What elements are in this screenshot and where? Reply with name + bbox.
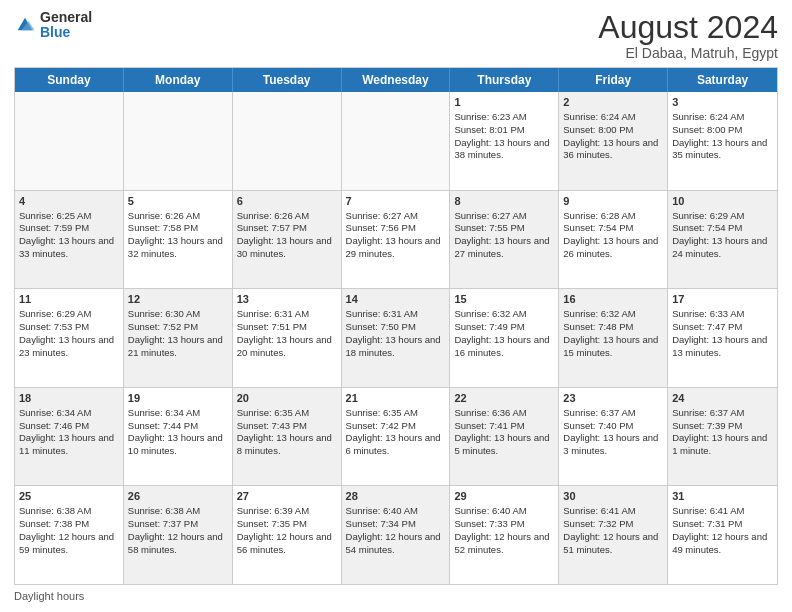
sunset: Sunset: 7:58 PM xyxy=(128,222,198,233)
daylight: Daylight: 12 hours and 52 minutes. xyxy=(454,531,549,555)
cell-w3-d3: 13Sunrise: 6:31 AMSunset: 7:51 PMDayligh… xyxy=(233,289,342,387)
day-number: 9 xyxy=(563,194,663,209)
header-friday: Friday xyxy=(559,68,668,92)
logo-general: General xyxy=(40,10,92,25)
cell-w3-d7: 17Sunrise: 6:33 AMSunset: 7:47 PMDayligh… xyxy=(668,289,777,387)
page: General Blue August 2024 El Dabaa, Matru… xyxy=(0,0,792,612)
daylight: Daylight: 13 hours and 15 minutes. xyxy=(563,334,658,358)
sunset: Sunset: 7:47 PM xyxy=(672,321,742,332)
sunrise: Sunrise: 6:40 AM xyxy=(346,505,418,516)
cell-w4-d6: 23Sunrise: 6:37 AMSunset: 7:40 PMDayligh… xyxy=(559,388,668,486)
cell-w1-d3 xyxy=(233,92,342,190)
day-number: 3 xyxy=(672,95,773,110)
day-number: 30 xyxy=(563,489,663,504)
sunrise: Sunrise: 6:38 AM xyxy=(128,505,200,516)
day-number: 15 xyxy=(454,292,554,307)
sunrise: Sunrise: 6:41 AM xyxy=(563,505,635,516)
cell-w5-d4: 28Sunrise: 6:40 AMSunset: 7:34 PMDayligh… xyxy=(342,486,451,584)
week-5: 25Sunrise: 6:38 AMSunset: 7:38 PMDayligh… xyxy=(15,486,777,584)
calendar-header: Sunday Monday Tuesday Wednesday Thursday… xyxy=(15,68,777,92)
sunrise: Sunrise: 6:24 AM xyxy=(563,111,635,122)
sunrise: Sunrise: 6:32 AM xyxy=(454,308,526,319)
footer: Daylight hours xyxy=(14,590,778,602)
daylight: Daylight: 12 hours and 54 minutes. xyxy=(346,531,441,555)
sunrise: Sunrise: 6:34 AM xyxy=(19,407,91,418)
logo-text: General Blue xyxy=(40,10,92,41)
cell-w2-d1: 4Sunrise: 6:25 AMSunset: 7:59 PMDaylight… xyxy=(15,191,124,289)
cell-w4-d3: 20Sunrise: 6:35 AMSunset: 7:43 PMDayligh… xyxy=(233,388,342,486)
sunrise: Sunrise: 6:35 AM xyxy=(346,407,418,418)
week-2: 4Sunrise: 6:25 AMSunset: 7:59 PMDaylight… xyxy=(15,191,777,290)
daylight: Daylight: 13 hours and 23 minutes. xyxy=(19,334,114,358)
sub-title: El Dabaa, Matruh, Egypt xyxy=(598,45,778,61)
day-number: 6 xyxy=(237,194,337,209)
daylight: Daylight: 12 hours and 58 minutes. xyxy=(128,531,223,555)
header: General Blue August 2024 El Dabaa, Matru… xyxy=(14,10,778,61)
day-number: 24 xyxy=(672,391,773,406)
header-saturday: Saturday xyxy=(668,68,777,92)
day-number: 8 xyxy=(454,194,554,209)
cell-w3-d2: 12Sunrise: 6:30 AMSunset: 7:52 PMDayligh… xyxy=(124,289,233,387)
sunrise: Sunrise: 6:27 AM xyxy=(346,210,418,221)
daylight: Daylight: 13 hours and 5 minutes. xyxy=(454,432,549,456)
day-number: 21 xyxy=(346,391,446,406)
main-title: August 2024 xyxy=(598,10,778,45)
cell-w2-d4: 7Sunrise: 6:27 AMSunset: 7:56 PMDaylight… xyxy=(342,191,451,289)
sunset: Sunset: 7:57 PM xyxy=(237,222,307,233)
daylight: Daylight: 13 hours and 8 minutes. xyxy=(237,432,332,456)
day-number: 12 xyxy=(128,292,228,307)
sunrise: Sunrise: 6:29 AM xyxy=(672,210,744,221)
daylight: Daylight: 13 hours and 1 minute. xyxy=(672,432,767,456)
day-number: 20 xyxy=(237,391,337,406)
day-number: 16 xyxy=(563,292,663,307)
daylight: Daylight: 13 hours and 35 minutes. xyxy=(672,137,767,161)
sunset: Sunset: 7:40 PM xyxy=(563,420,633,431)
day-number: 7 xyxy=(346,194,446,209)
cell-w3-d1: 11Sunrise: 6:29 AMSunset: 7:53 PMDayligh… xyxy=(15,289,124,387)
day-number: 17 xyxy=(672,292,773,307)
daylight: Daylight: 13 hours and 24 minutes. xyxy=(672,235,767,259)
sunrise: Sunrise: 6:39 AM xyxy=(237,505,309,516)
sunset: Sunset: 7:38 PM xyxy=(19,518,89,529)
daylight: Daylight: 13 hours and 33 minutes. xyxy=(19,235,114,259)
daylight: Daylight: 13 hours and 26 minutes. xyxy=(563,235,658,259)
sunset: Sunset: 7:46 PM xyxy=(19,420,89,431)
week-3: 11Sunrise: 6:29 AMSunset: 7:53 PMDayligh… xyxy=(15,289,777,388)
sunrise: Sunrise: 6:30 AM xyxy=(128,308,200,319)
daylight: Daylight: 12 hours and 49 minutes. xyxy=(672,531,767,555)
sunrise: Sunrise: 6:25 AM xyxy=(19,210,91,221)
sunset: Sunset: 7:49 PM xyxy=(454,321,524,332)
cell-w2-d5: 8Sunrise: 6:27 AMSunset: 7:55 PMDaylight… xyxy=(450,191,559,289)
day-number: 4 xyxy=(19,194,119,209)
sunrise: Sunrise: 6:37 AM xyxy=(672,407,744,418)
day-number: 1 xyxy=(454,95,554,110)
sunrise: Sunrise: 6:24 AM xyxy=(672,111,744,122)
sunrise: Sunrise: 6:33 AM xyxy=(672,308,744,319)
cell-w1-d1 xyxy=(15,92,124,190)
cell-w3-d4: 14Sunrise: 6:31 AMSunset: 7:50 PMDayligh… xyxy=(342,289,451,387)
cell-w2-d2: 5Sunrise: 6:26 AMSunset: 7:58 PMDaylight… xyxy=(124,191,233,289)
sunset: Sunset: 7:54 PM xyxy=(563,222,633,233)
sunset: Sunset: 7:43 PM xyxy=(237,420,307,431)
sunset: Sunset: 7:31 PM xyxy=(672,518,742,529)
daylight: Daylight: 13 hours and 3 minutes. xyxy=(563,432,658,456)
cell-w4-d7: 24Sunrise: 6:37 AMSunset: 7:39 PMDayligh… xyxy=(668,388,777,486)
daylight: Daylight: 13 hours and 21 minutes. xyxy=(128,334,223,358)
cell-w5-d2: 26Sunrise: 6:38 AMSunset: 7:37 PMDayligh… xyxy=(124,486,233,584)
sunrise: Sunrise: 6:26 AM xyxy=(128,210,200,221)
day-number: 13 xyxy=(237,292,337,307)
day-number: 18 xyxy=(19,391,119,406)
header-tuesday: Tuesday xyxy=(233,68,342,92)
header-monday: Monday xyxy=(124,68,233,92)
sunset: Sunset: 7:52 PM xyxy=(128,321,198,332)
sunrise: Sunrise: 6:41 AM xyxy=(672,505,744,516)
cell-w4-d5: 22Sunrise: 6:36 AMSunset: 7:41 PMDayligh… xyxy=(450,388,559,486)
sunset: Sunset: 7:37 PM xyxy=(128,518,198,529)
sunrise: Sunrise: 6:38 AM xyxy=(19,505,91,516)
sunset: Sunset: 7:56 PM xyxy=(346,222,416,233)
day-number: 2 xyxy=(563,95,663,110)
daylight: Daylight: 13 hours and 18 minutes. xyxy=(346,334,441,358)
sunset: Sunset: 7:34 PM xyxy=(346,518,416,529)
cell-w4-d2: 19Sunrise: 6:34 AMSunset: 7:44 PMDayligh… xyxy=(124,388,233,486)
sunset: Sunset: 7:35 PM xyxy=(237,518,307,529)
